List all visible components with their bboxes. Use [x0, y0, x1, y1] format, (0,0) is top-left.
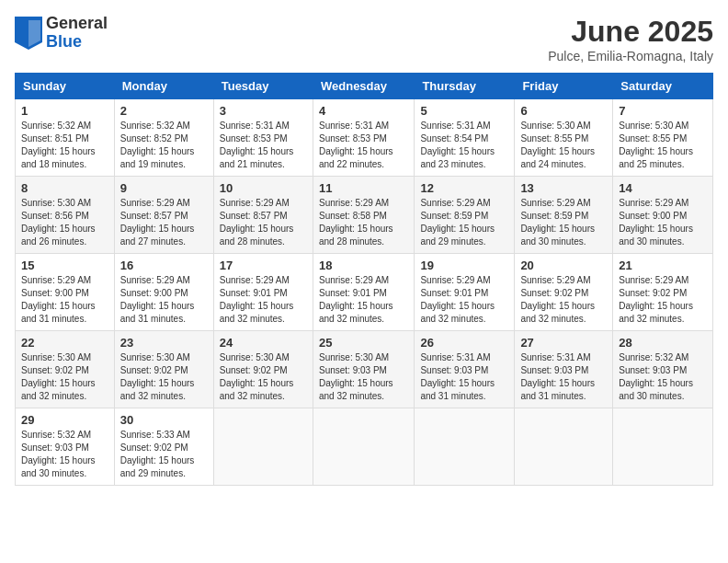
day-number: 15	[21, 259, 108, 272]
day-number: 29	[21, 413, 108, 427]
day-number: 13	[520, 181, 607, 195]
column-header-saturday: Saturday	[613, 74, 713, 99]
day-info: Sunrise: 5:31 AM Sunset: 9:03 PM Dayligh…	[420, 351, 508, 403]
day-number: 24	[220, 336, 307, 350]
day-number: 7	[619, 104, 707, 118]
day-number: 25	[319, 336, 408, 350]
day-number: 8	[21, 181, 108, 195]
day-info: Sunrise: 5:32 AM Sunset: 8:51 PM Dayligh…	[21, 120, 108, 171]
logo-text: General Blue	[46, 15, 108, 52]
title-block: June 2025 Pulce, Emilia-Romagna, Italy	[548, 15, 713, 63]
calendar-cell: 17Sunrise: 5:29 AM Sunset: 9:01 PM Dayli…	[213, 254, 313, 331]
calendar-cell: 11Sunrise: 5:29 AM Sunset: 8:58 PM Dayli…	[313, 177, 414, 254]
calendar-cell: 5Sunrise: 5:31 AM Sunset: 8:54 PM Daylig…	[415, 99, 515, 177]
column-header-sunday: Sunday	[16, 74, 115, 99]
calendar-cell: 14Sunrise: 5:29 AM Sunset: 9:00 PM Dayli…	[613, 177, 713, 254]
calendar-cell: 26Sunrise: 5:31 AM Sunset: 9:03 PM Dayli…	[415, 331, 515, 408]
day-info: Sunrise: 5:29 AM Sunset: 9:01 PM Dayligh…	[319, 274, 408, 326]
location: Pulce, Emilia-Romagna, Italy	[548, 49, 713, 63]
calendar-cell	[313, 408, 414, 486]
day-number: 22	[21, 336, 108, 350]
day-number: 2	[120, 104, 208, 118]
calendar-cell	[515, 408, 613, 486]
day-number: 28	[619, 336, 707, 350]
calendar-cell: 28Sunrise: 5:32 AM Sunset: 9:03 PM Dayli…	[613, 331, 713, 408]
column-header-wednesday: Wednesday	[313, 74, 414, 99]
day-info: Sunrise: 5:29 AM Sunset: 9:00 PM Dayligh…	[21, 274, 108, 326]
day-info: Sunrise: 5:31 AM Sunset: 9:03 PM Dayligh…	[520, 351, 607, 403]
calendar-cell: 16Sunrise: 5:29 AM Sunset: 9:00 PM Dayli…	[114, 254, 213, 331]
day-number: 5	[420, 104, 508, 118]
day-number: 27	[520, 336, 607, 350]
calendar-week-row: 29Sunrise: 5:32 AM Sunset: 9:03 PM Dayli…	[16, 408, 713, 486]
day-info: Sunrise: 5:29 AM Sunset: 8:57 PM Dayligh…	[220, 197, 307, 248]
day-number: 12	[420, 181, 508, 195]
calendar-cell: 21Sunrise: 5:29 AM Sunset: 9:02 PM Dayli…	[613, 254, 713, 331]
calendar-cell: 15Sunrise: 5:29 AM Sunset: 9:00 PM Dayli…	[16, 254, 115, 331]
day-number: 23	[120, 336, 208, 350]
calendar-week-row: 1Sunrise: 5:32 AM Sunset: 8:51 PM Daylig…	[16, 99, 713, 177]
calendar-cell: 24Sunrise: 5:30 AM Sunset: 9:02 PM Dayli…	[213, 331, 313, 408]
day-number: 20	[520, 259, 607, 272]
calendar-header-row: SundayMondayTuesdayWednesdayThursdayFrid…	[16, 74, 713, 99]
day-info: Sunrise: 5:31 AM Sunset: 8:53 PM Dayligh…	[220, 120, 307, 171]
calendar-cell: 6Sunrise: 5:30 AM Sunset: 8:55 PM Daylig…	[515, 99, 613, 177]
logo-general: General	[46, 15, 108, 33]
day-number: 11	[319, 181, 408, 195]
day-info: Sunrise: 5:30 AM Sunset: 9:02 PM Dayligh…	[21, 351, 108, 403]
calendar-week-row: 22Sunrise: 5:30 AM Sunset: 9:02 PM Dayli…	[16, 331, 713, 408]
calendar-cell: 25Sunrise: 5:30 AM Sunset: 9:03 PM Dayli…	[313, 331, 414, 408]
day-number: 21	[619, 259, 707, 272]
day-info: Sunrise: 5:29 AM Sunset: 8:59 PM Dayligh…	[520, 197, 607, 248]
day-number: 3	[220, 104, 307, 118]
calendar-cell: 20Sunrise: 5:29 AM Sunset: 9:02 PM Dayli…	[515, 254, 613, 331]
day-info: Sunrise: 5:30 AM Sunset: 8:55 PM Dayligh…	[619, 120, 707, 171]
calendar-cell: 12Sunrise: 5:29 AM Sunset: 8:59 PM Dayli…	[415, 177, 515, 254]
day-info: Sunrise: 5:30 AM Sunset: 8:56 PM Dayligh…	[21, 197, 108, 248]
logo-blue: Blue	[46, 33, 108, 52]
day-info: Sunrise: 5:29 AM Sunset: 9:02 PM Dayligh…	[619, 274, 707, 326]
day-info: Sunrise: 5:32 AM Sunset: 8:52 PM Dayligh…	[120, 120, 208, 171]
calendar-cell: 29Sunrise: 5:32 AM Sunset: 9:03 PM Dayli…	[16, 408, 115, 486]
day-info: Sunrise: 5:31 AM Sunset: 8:53 PM Dayligh…	[319, 120, 408, 171]
day-info: Sunrise: 5:32 AM Sunset: 9:03 PM Dayligh…	[619, 351, 707, 403]
day-number: 4	[319, 104, 408, 118]
day-info: Sunrise: 5:29 AM Sunset: 9:01 PM Dayligh…	[420, 274, 508, 326]
day-info: Sunrise: 5:29 AM Sunset: 9:00 PM Dayligh…	[619, 197, 707, 248]
calendar-cell: 2Sunrise: 5:32 AM Sunset: 8:52 PM Daylig…	[114, 99, 213, 177]
logo-icon	[15, 17, 42, 50]
calendar-cell	[213, 408, 313, 486]
calendar-cell: 3Sunrise: 5:31 AM Sunset: 8:53 PM Daylig…	[213, 99, 313, 177]
calendar-table: SundayMondayTuesdayWednesdayThursdayFrid…	[15, 73, 713, 486]
day-info: Sunrise: 5:30 AM Sunset: 8:55 PM Dayligh…	[520, 120, 607, 171]
column-header-thursday: Thursday	[415, 74, 515, 99]
day-info: Sunrise: 5:29 AM Sunset: 8:59 PM Dayligh…	[420, 197, 508, 248]
calendar-cell: 4Sunrise: 5:31 AM Sunset: 8:53 PM Daylig…	[313, 99, 414, 177]
calendar-cell: 23Sunrise: 5:30 AM Sunset: 9:02 PM Dayli…	[114, 331, 213, 408]
day-number: 16	[120, 259, 208, 272]
day-number: 14	[619, 181, 707, 195]
column-header-friday: Friday	[515, 74, 613, 99]
day-number: 30	[120, 413, 208, 427]
day-number: 17	[220, 259, 307, 272]
calendar-cell	[415, 408, 515, 486]
calendar-week-row: 8Sunrise: 5:30 AM Sunset: 8:56 PM Daylig…	[16, 177, 713, 254]
calendar-cell: 10Sunrise: 5:29 AM Sunset: 8:57 PM Dayli…	[213, 177, 313, 254]
day-info: Sunrise: 5:29 AM Sunset: 9:01 PM Dayligh…	[220, 274, 307, 326]
calendar-cell: 19Sunrise: 5:29 AM Sunset: 9:01 PM Dayli…	[415, 254, 515, 331]
day-number: 6	[520, 104, 607, 118]
day-info: Sunrise: 5:29 AM Sunset: 9:02 PM Dayligh…	[520, 274, 607, 326]
day-info: Sunrise: 5:29 AM Sunset: 8:58 PM Dayligh…	[319, 197, 408, 248]
day-number: 9	[120, 181, 208, 195]
day-info: Sunrise: 5:33 AM Sunset: 9:02 PM Dayligh…	[120, 429, 208, 480]
calendar-cell: 18Sunrise: 5:29 AM Sunset: 9:01 PM Dayli…	[313, 254, 414, 331]
day-number: 26	[420, 336, 508, 350]
calendar-cell: 13Sunrise: 5:29 AM Sunset: 8:59 PM Dayli…	[515, 177, 613, 254]
day-number: 10	[220, 181, 307, 195]
day-info: Sunrise: 5:32 AM Sunset: 9:03 PM Dayligh…	[21, 429, 108, 480]
day-info: Sunrise: 5:30 AM Sunset: 9:02 PM Dayligh…	[220, 351, 307, 403]
day-info: Sunrise: 5:30 AM Sunset: 9:02 PM Dayligh…	[120, 351, 208, 403]
day-number: 19	[420, 259, 508, 272]
day-number: 18	[319, 259, 408, 272]
calendar-cell	[613, 408, 713, 486]
